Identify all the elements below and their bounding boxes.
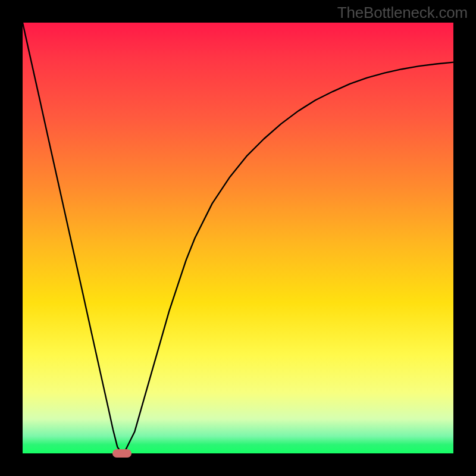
plot-area	[23, 23, 453, 453]
curve-path	[23, 23, 453, 453]
minimum-marker	[112, 449, 131, 458]
chart-frame: TheBottleneck.com	[0, 0, 476, 476]
watermark-text: TheBottleneck.com	[337, 4, 468, 22]
bottleneck-curve	[23, 23, 453, 453]
